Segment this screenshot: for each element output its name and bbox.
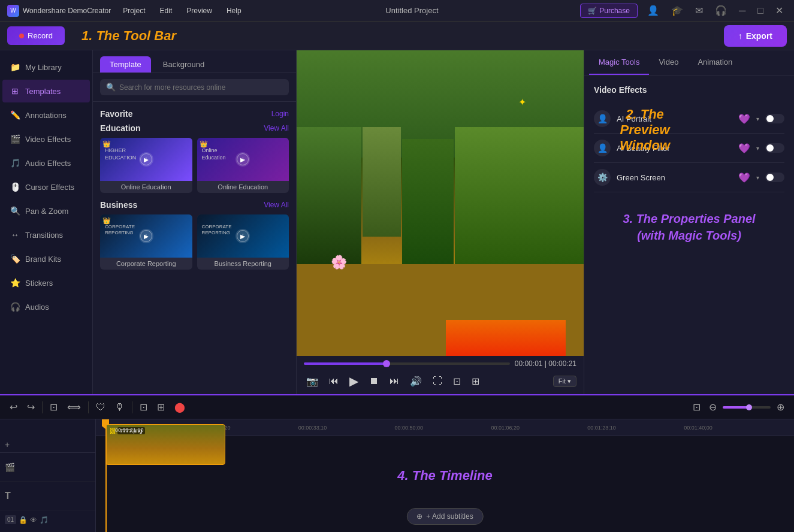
- video-clip[interactable]: 🖼 7777.png 00:00:21;10: [105, 424, 225, 465]
- search-input[interactable]: [119, 83, 283, 92]
- main-layout: 📁 My Library ⊞ Templates ✏️ Annotations …: [0, 50, 794, 394]
- sidebar-item-audios[interactable]: 🎧 Audios: [2, 295, 90, 318]
- sidebar-label-annotations: Annotations: [25, 111, 67, 120]
- headset-icon[interactable]: 🎧: [711, 4, 730, 17]
- shield-button[interactable]: 🛡: [93, 401, 108, 414]
- ai-portrait-thumb: [766, 115, 774, 122]
- ai-beauty-toggle[interactable]: [765, 143, 784, 153]
- tab-template[interactable]: Template: [100, 56, 151, 72]
- video-effects-icon: 🎬: [10, 134, 20, 144]
- sidebar-item-templates[interactable]: ⊞ Templates: [2, 80, 90, 102]
- template-card-edu1[interactable]: 👑 HIGHEREDUCATION ▶ + Online Education: [100, 138, 192, 193]
- login-link[interactable]: Login: [271, 110, 289, 118]
- education-view-all[interactable]: View All: [264, 124, 289, 132]
- search-wrap[interactable]: 🔍: [100, 79, 289, 95]
- play-button[interactable]: ▶: [347, 371, 361, 391]
- template-card-biz1[interactable]: 👑 CORPORATEREPORTING ▶ + Corporate Repor…: [100, 214, 192, 270]
- zoom-in-button[interactable]: ⊕: [774, 400, 787, 414]
- sidebar-item-audio-effects[interactable]: 🎵 Audio Effects: [2, 152, 90, 174]
- favorite-section-header: Favorite Login: [100, 109, 289, 119]
- sidebar-item-transitions[interactable]: ↔ Transitions: [2, 223, 90, 246]
- ai-beauty-arrow: ▾: [756, 145, 759, 152]
- video-effects-title: Video Effects: [594, 85, 784, 95]
- clip-info: 🖼 7777.png 00:00:21;10: [108, 426, 146, 463]
- mark-3: 00:00:50;00: [395, 425, 424, 431]
- sidebar-label-video-effects: Video Effects: [25, 135, 71, 144]
- flower-sprite: 🌸: [331, 255, 347, 270]
- crop-clip-button[interactable]: ⊡: [47, 400, 60, 414]
- clip-header: 🖼 7777.png 00:00:21;10: [110, 427, 145, 434]
- template-card-biz2[interactable]: CORPORATEREPORTING ▶ + Business Reportin…: [197, 214, 289, 270]
- transitions-icon: ↔: [10, 229, 20, 240]
- screenshot-button[interactable]: 📷: [304, 373, 321, 389]
- video-background: 🌸 ✦: [297, 50, 584, 356]
- green-screen-thumb: [766, 174, 774, 181]
- eye-icon[interactable]: 👁: [30, 516, 37, 524]
- menu-preview[interactable]: Preview: [184, 5, 215, 16]
- tab-video[interactable]: Video: [649, 50, 688, 75]
- menu-edit[interactable]: Edit: [158, 5, 175, 16]
- box-button[interactable]: ⊡: [137, 400, 150, 414]
- track-controls: 01 🔒 👁 🎵: [0, 510, 95, 529]
- sidebar-item-my-library[interactable]: 📁 My Library: [2, 56, 90, 78]
- sidebar-item-video-effects[interactable]: 🎬 Video Effects: [2, 128, 90, 150]
- tab-animation[interactable]: Animation: [688, 50, 742, 75]
- lock-icon[interactable]: 🔒: [19, 516, 28, 524]
- zoom-slider[interactable]: [723, 406, 771, 409]
- sidebar-item-brand-kits[interactable]: 🏷️ Brand Kits: [2, 247, 90, 270]
- graduation-icon[interactable]: 🎓: [668, 4, 687, 17]
- record-voice-button[interactable]: 🎙: [113, 401, 127, 414]
- template-tabs: Template Background: [93, 50, 296, 73]
- prev-frame-button[interactable]: ⏮: [327, 373, 341, 389]
- add-track-btn[interactable]: +: [0, 436, 95, 453]
- stop-button[interactable]: ⏹: [367, 373, 381, 389]
- tab-magic-tools[interactable]: Magic Tools: [589, 50, 649, 75]
- fit-timeline-button[interactable]: ⊡: [690, 400, 703, 414]
- menu-project[interactable]: Project: [120, 5, 147, 16]
- export-button[interactable]: ↑ Export: [724, 25, 787, 47]
- timeline-content: + 🎬 T 01 🔒 👁 🎵 00:00:00 00:00:1: [0, 419, 794, 532]
- volume-button[interactable]: 🔊: [407, 373, 424, 389]
- next-frame-button[interactable]: ⏭: [387, 373, 401, 389]
- fit-dropdown[interactable]: Fit ▾: [553, 376, 576, 387]
- record-button[interactable]: Record: [7, 26, 65, 45]
- template-card-edu2[interactable]: 👑 OnlineEducation ▶ + Online Education: [197, 138, 289, 193]
- add-subtitles-button[interactable]: ⊕ + Add subtitles: [406, 508, 483, 525]
- biz1-text: CORPORATEREPORTING: [101, 220, 138, 239]
- split-button[interactable]: ⟺: [65, 400, 83, 414]
- grid-button[interactable]: ⊞: [155, 400, 167, 414]
- crop-button[interactable]: ⊡: [451, 373, 463, 389]
- progress-track[interactable]: [304, 362, 510, 365]
- biz2-thumb: CORPORATEREPORTING ▶ +: [197, 214, 289, 258]
- undo-button[interactable]: ↩: [7, 400, 20, 414]
- close-button[interactable]: ✕: [772, 4, 787, 17]
- expand-button[interactable]: ⊞: [469, 373, 482, 389]
- fullscreen-button[interactable]: ⛶: [430, 373, 445, 389]
- audio-icon[interactable]: 🎵: [40, 516, 49, 524]
- mail-icon[interactable]: ✉: [692, 4, 707, 17]
- sidebar-item-pan-zoom[interactable]: 🔍 Pan & Zoom: [2, 200, 90, 222]
- purchase-button[interactable]: 🛒 Purchase: [580, 4, 638, 18]
- playhead[interactable]: [105, 419, 107, 532]
- zoom-thumb[interactable]: [746, 404, 752, 410]
- progress-thumb[interactable]: [383, 360, 390, 367]
- green-screen-toggle[interactable]: [765, 173, 784, 182]
- account-icon[interactable]: 👤: [644, 4, 663, 17]
- zoom-out-button[interactable]: ⊖: [707, 400, 719, 414]
- sidebar-label-stickers: Stickers: [25, 279, 53, 288]
- business-title: Business: [100, 200, 137, 210]
- maximize-button[interactable]: □: [754, 4, 767, 17]
- redo-button[interactable]: ↪: [25, 400, 37, 414]
- record-indicator-button[interactable]: ⬤: [172, 400, 188, 414]
- zoom-fill: [723, 406, 749, 409]
- minimize-button[interactable]: ─: [735, 4, 749, 17]
- sidebar-item-stickers[interactable]: ⭐ Stickers: [2, 271, 90, 294]
- progress-fill: [304, 362, 387, 365]
- tab-background[interactable]: Background: [153, 56, 214, 72]
- ai-portrait-toggle[interactable]: [765, 114, 784, 123]
- sidebar-item-annotations[interactable]: ✏️ Annotations: [2, 104, 90, 126]
- sidebar-item-cursor-effects[interactable]: 🖱️ Cursor Effects: [2, 176, 90, 198]
- timeline-toolbar: ↩ ↪ ⊡ ⟺ 🛡 🎙 ⊡ ⊞ ⬤ ⊡ ⊖ ⊕: [0, 395, 794, 419]
- menu-help[interactable]: Help: [224, 5, 244, 16]
- business-view-all[interactable]: View All: [264, 201, 289, 209]
